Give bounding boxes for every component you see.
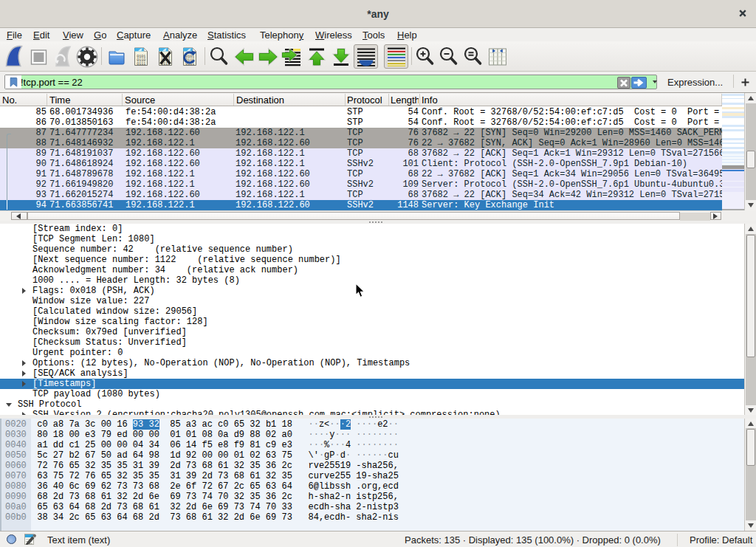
svg-text:0111: 0111 — [137, 62, 145, 66]
